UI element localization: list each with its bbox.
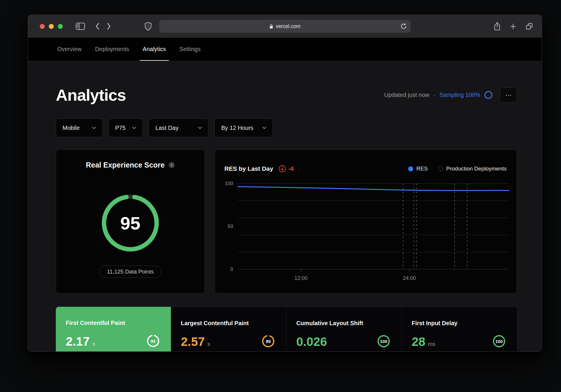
metric-value-row: 2.17 s [66, 334, 95, 349]
chevron-down-icon [132, 127, 136, 129]
interval-dropdown[interactable]: By 12 Hours [214, 119, 273, 137]
analytics-cards: Real Experience Score i 95 11,125 Data P… [56, 149, 517, 293]
metric-score: 100 [377, 334, 390, 348]
new-tab-icon[interactable] [510, 23, 516, 29]
metric-value: 2.17 [66, 334, 90, 349]
forward-icon[interactable] [107, 23, 111, 30]
real-experience-score-card: Real Experience Score i 95 11,125 Data P… [56, 149, 205, 293]
header-meta: Updated just now · Sampling 100% ⋯ [384, 88, 517, 103]
data-points-badge: 11,125 Data Points [99, 266, 162, 278]
metric-card-first-contentful-paint[interactable]: First Contentful Paint 2.17 s 93 [56, 307, 171, 352]
overflow-menu-button[interactable]: ⋯ [500, 88, 517, 103]
metric-score: 93 [146, 334, 160, 348]
timerange-dropdown[interactable]: Last Day [149, 119, 209, 137]
minimize-window-button[interactable] [49, 24, 54, 29]
metric-score-ring: 89 [262, 334, 275, 348]
metric-card-largest-contentful-paint[interactable]: Largest Contentful Paint 2.57 s 89 [171, 307, 286, 352]
project-nav: Overview Deployments Analytics Settings [28, 38, 542, 61]
analytics-page: Analytics Updated just now · Sampling 10… [28, 61, 542, 352]
metric-title: Largest Contentful Paint [181, 320, 286, 327]
share-icon[interactable] [494, 22, 501, 31]
traffic-lights [40, 24, 63, 29]
info-icon[interactable]: i [169, 162, 175, 168]
chevron-down-icon [198, 127, 202, 129]
percentile-dropdown-label: P75 [115, 125, 126, 131]
metric-title: Cumulative Layout Shift [296, 320, 401, 327]
lock-icon [269, 24, 273, 29]
zoom-window-button[interactable] [58, 24, 63, 29]
metric-title: First Contentful Paint [66, 320, 171, 326]
metric-value: 28 [412, 335, 425, 349]
metric-unit: s [92, 341, 95, 347]
browser-window: vercel.com [28, 15, 542, 352]
device-dropdown[interactable]: Mobile [56, 119, 103, 137]
browser-toolbar: vercel.com [28, 15, 542, 38]
tab-overview-icon[interactable] [526, 23, 533, 30]
metric-value-row: 0.026 [296, 335, 330, 349]
privacy-shield-icon[interactable] [144, 22, 152, 31]
toolbar-right-icons [494, 22, 533, 31]
tab-analytics[interactable]: Analytics [143, 38, 166, 61]
metric-card-first-input-delay[interactable]: First Input Delay 28 ms 100 [402, 307, 517, 352]
metric-score: 89 [262, 334, 275, 348]
svg-text:50: 50 [228, 224, 233, 229]
res-chart-card: RES by Last Day -4 RES [215, 149, 517, 293]
percentile-dropdown[interactable]: P75 [108, 119, 143, 137]
score-gauge: 95 [100, 192, 161, 254]
metric-card-cumulative-layout-shift[interactable]: Cumulative Layout Shift 0.026 100 [286, 307, 402, 352]
svg-text:12:00: 12:00 [295, 275, 308, 281]
tab-settings[interactable]: Settings [179, 38, 200, 61]
filter-bar: Mobile P75 Last Day By 12 Hours [56, 119, 517, 137]
metric-value-row: 2.57 s [181, 335, 210, 349]
address-bar[interactable]: vercel.com [159, 20, 411, 33]
metric-title: First Input Delay [412, 320, 517, 327]
svg-text:100: 100 [225, 181, 233, 187]
sampling-link[interactable]: Sampling 100% [439, 92, 480, 98]
updated-status: Updated just now [384, 92, 430, 98]
res-chart: 10050012:0024:00 [215, 150, 517, 293]
reload-icon[interactable] [401, 23, 407, 29]
metric-score-ring: 100 [377, 334, 390, 348]
score-card-header: Real Experience Score i [56, 161, 205, 169]
score-value: 95 [100, 192, 161, 254]
url-text: vercel.com [276, 23, 301, 29]
back-icon[interactable] [96, 23, 99, 30]
page-title: Analytics [56, 86, 126, 104]
metric-score-ring: 93 [146, 334, 160, 348]
metric-unit: s [207, 341, 210, 347]
metric-score-ring: 100 [492, 334, 506, 348]
metric-score: 100 [492, 334, 506, 348]
svg-text:0: 0 [230, 266, 233, 272]
sampling-ring-icon [484, 91, 492, 99]
score-card-title: Real Experience Score [86, 161, 165, 169]
metric-value-row: 28 ms [412, 335, 435, 349]
page-header: Analytics Updated just now · Sampling 10… [56, 86, 517, 104]
chevron-down-icon [262, 127, 266, 129]
svg-text:24:00: 24:00 [403, 275, 416, 281]
tab-overview[interactable]: Overview [57, 38, 82, 61]
interval-dropdown-label: By 12 Hours [221, 125, 253, 131]
metric-unit: ms [428, 341, 435, 347]
chevron-down-icon [92, 127, 96, 129]
meta-separator: · [433, 92, 435, 98]
sidebar-toggle-icon[interactable] [76, 22, 85, 30]
close-window-button[interactable] [40, 24, 45, 29]
web-vitals-row: First Contentful Paint 2.17 s 93 Largest… [56, 307, 517, 352]
device-dropdown-label: Mobile [63, 125, 80, 131]
metric-value: 2.57 [181, 335, 205, 349]
tab-deployments[interactable]: Deployments [95, 38, 129, 61]
ellipsis-icon: ⋯ [505, 91, 512, 99]
timerange-dropdown-label: Last Day [155, 125, 179, 131]
metric-value: 0.026 [296, 335, 327, 349]
